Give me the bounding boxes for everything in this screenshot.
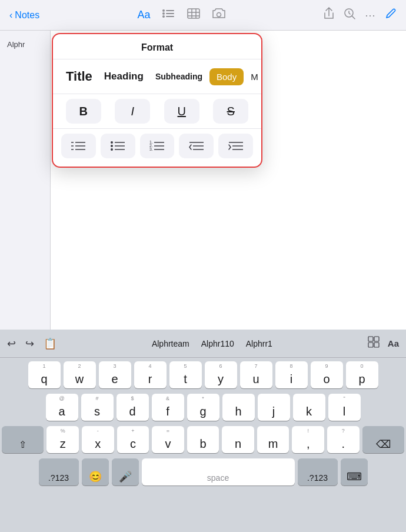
- svg-rect-5: [166, 16, 174, 17]
- style-title-button[interactable]: Title: [61, 65, 97, 88]
- key-h[interactable]: h: [222, 394, 255, 421]
- clipboard-button[interactable]: 📋: [44, 337, 56, 350]
- table-icon[interactable]: [187, 8, 200, 22]
- key-o[interactable]: 9o: [311, 361, 343, 388]
- keyboard-grid-icon[interactable]: [368, 336, 380, 351]
- compose-icon[interactable]: [385, 8, 397, 22]
- strikethrough-label: S: [227, 105, 235, 118]
- backspace-button[interactable]: ⌫: [362, 426, 404, 453]
- key-d[interactable]: $d: [117, 394, 149, 421]
- svg-point-22: [111, 148, 113, 151]
- keyboard-keys: 1q 2w 3e 4r 5t 6y 7u 8i 9o 0p @a #s $d &…: [0, 358, 406, 486]
- svg-rect-3: [166, 10, 174, 11]
- notes-sidebar: Alphr: [0, 31, 51, 360]
- list-bullet-button[interactable]: [101, 134, 135, 158]
- note-item[interactable]: Alphr: [5, 38, 45, 51]
- format-styles-row: Title Heading Subheading Body M: [53, 59, 261, 94]
- key-g[interactable]: *g: [187, 394, 219, 421]
- svg-point-0: [162, 9, 165, 12]
- keyboard-dismiss-button[interactable]: ⌨: [341, 458, 368, 486]
- top-navigation-bar: ‹ Notes Aa: [0, 0, 406, 31]
- key-v[interactable]: =v: [152, 426, 184, 453]
- numbers-button-right[interactable]: .?123: [298, 458, 338, 486]
- suggestion-2[interactable]: Alphr110: [201, 339, 234, 348]
- key-e[interactable]: 3e: [99, 361, 131, 388]
- key-s[interactable]: #s: [81, 394, 114, 421]
- chevron-left-icon: ‹: [9, 10, 12, 21]
- key-f[interactable]: &f: [152, 394, 184, 421]
- numbers-button[interactable]: .?123: [39, 458, 79, 486]
- key-z[interactable]: %z: [46, 426, 79, 453]
- back-button[interactable]: ‹ Notes: [9, 10, 39, 21]
- keyboard-toolbar: ↩ ↪ 📋 Alphrteam Alphr110 Alphrr1 Aa: [0, 330, 406, 358]
- style-heading-button[interactable]: Heading: [99, 67, 148, 86]
- italic-label: I: [131, 105, 134, 118]
- more-icon[interactable]: ⋯: [365, 9, 375, 22]
- camera-icon[interactable]: [212, 8, 226, 22]
- undo-button[interactable]: ↩: [7, 337, 16, 350]
- style-body-button[interactable]: Body: [209, 68, 244, 85]
- emoji-button[interactable]: 😊: [82, 458, 109, 486]
- svg-point-21: [111, 145, 113, 147]
- suggestion-1[interactable]: Alphrteam: [152, 339, 189, 348]
- keyboard-suggestions: Alphrteam Alphr110 Alphrr1: [56, 339, 368, 348]
- key-i[interactable]: 8i: [275, 361, 308, 388]
- svg-rect-4: [166, 13, 174, 14]
- svg-point-11: [217, 13, 221, 17]
- svg-text:3.: 3.: [149, 147, 153, 151]
- format-text-row: B I U S: [53, 94, 261, 129]
- toolbar-right: ⋯: [324, 7, 397, 23]
- key-m[interactable]: m: [257, 426, 289, 453]
- key-question[interactable]: ?.: [327, 426, 360, 453]
- indent-right-button[interactable]: [218, 134, 253, 158]
- key-comma[interactable]: !,: [292, 426, 324, 453]
- key-x[interactable]: -x: [82, 426, 114, 453]
- key-row-1: 1q 2w 3e 4r 5t 6y 7u 8i 9o 0p: [2, 361, 404, 388]
- italic-button[interactable]: I: [115, 99, 150, 124]
- main-content-area: Alphr Format Title Heading Subheading Bo…: [0, 31, 406, 360]
- svg-point-20: [111, 141, 113, 144]
- keyboard-toolbar-left: ↩ ↪ 📋: [7, 337, 56, 350]
- indent-left-button[interactable]: [179, 134, 214, 158]
- key-r[interactable]: 4r: [134, 361, 167, 388]
- svg-rect-39: [374, 337, 379, 341]
- key-p[interactable]: 0p: [346, 361, 378, 388]
- key-y[interactable]: 6y: [205, 361, 237, 388]
- list-dash-button[interactable]: [61, 134, 96, 158]
- key-c[interactable]: +c: [117, 426, 149, 453]
- key-l[interactable]: "l: [328, 394, 361, 421]
- style-mono-button[interactable]: M: [246, 68, 263, 85]
- key-b[interactable]: b: [187, 426, 219, 453]
- key-q[interactable]: 1q: [28, 361, 61, 388]
- key-u[interactable]: 7u: [240, 361, 272, 388]
- font-size-icon[interactable]: Aa: [138, 9, 151, 21]
- key-w[interactable]: 2w: [64, 361, 96, 388]
- key-n[interactable]: n: [222, 426, 254, 453]
- strikethrough-button[interactable]: S: [213, 99, 248, 124]
- toolbar-center: Aa: [138, 8, 226, 22]
- list-numbered-button[interactable]: 1. 2. 3.: [140, 134, 175, 158]
- key-a[interactable]: @a: [46, 394, 78, 421]
- keyboard-toolbar-right: Aa: [368, 336, 399, 351]
- keyboard-aa-icon[interactable]: Aa: [388, 338, 399, 348]
- bold-label: B: [79, 105, 88, 118]
- svg-rect-38: [368, 337, 373, 341]
- key-j[interactable]: j: [258, 394, 290, 421]
- underline-button[interactable]: U: [164, 99, 199, 124]
- key-t[interactable]: 5t: [169, 361, 202, 388]
- suggestion-3[interactable]: Alphrr1: [246, 339, 272, 348]
- svg-point-1: [162, 12, 165, 15]
- svg-line-13: [352, 16, 355, 19]
- redo-button[interactable]: ↪: [25, 337, 34, 350]
- space-bar[interactable]: space: [142, 458, 295, 486]
- bold-button[interactable]: B: [66, 99, 101, 124]
- key-k[interactable]: k: [293, 394, 325, 421]
- shift-button[interactable]: ⇧: [2, 426, 44, 453]
- svg-rect-41: [374, 343, 379, 347]
- list-icon[interactable]: [162, 8, 175, 22]
- microphone-button[interactable]: 🎤: [112, 458, 139, 486]
- find-icon[interactable]: [344, 8, 355, 22]
- style-subheading-button[interactable]: Subheading: [151, 68, 207, 85]
- share-icon[interactable]: [324, 7, 334, 23]
- svg-rect-6: [188, 9, 199, 18]
